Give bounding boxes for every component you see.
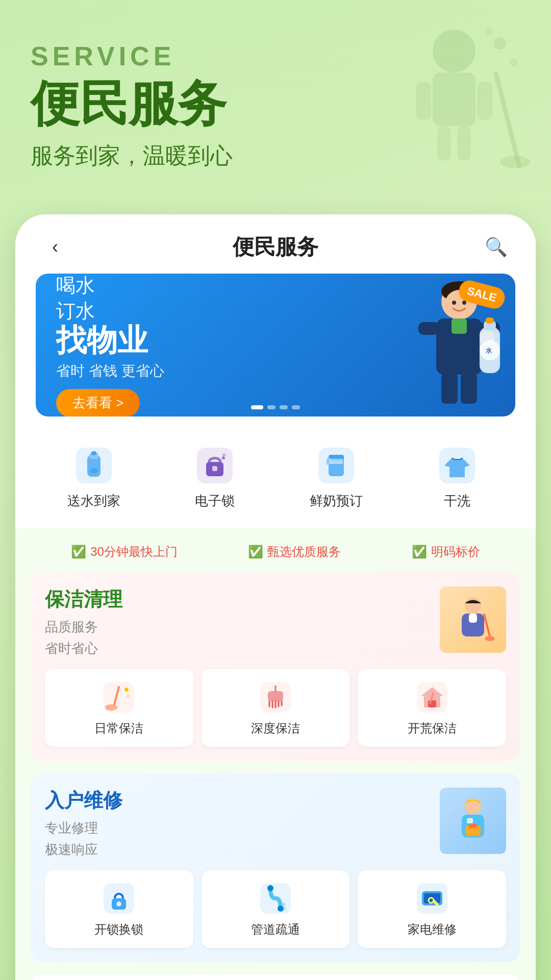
daily-cleaning-item[interactable]: 日常保洁 [45, 669, 193, 747]
move-in-cleaning-icon [414, 679, 450, 715]
plumbing-label: 管道疏通 [251, 921, 300, 938]
daily-cleaning-label: 日常保洁 [94, 720, 143, 737]
drycleaning-service-icon [437, 445, 478, 486]
milk-service-label: 鲜奶预订 [310, 492, 363, 510]
badge-price: ✅ 明码标价 [412, 544, 480, 560]
repair-illustration [440, 788, 506, 854]
cleaning-service-card: 保洁清理 品质服务 省时省心 [31, 572, 520, 761]
locksmith-label: 开锁换锁 [94, 921, 143, 938]
svg-rect-35 [212, 466, 217, 471]
svg-point-74 [267, 885, 273, 891]
services-container: ✅ 30分钟最快上门 ✅ 甄选优质服务 ✅ 明码标价 保洁清理 品质服务 省时省… [15, 528, 536, 980]
svg-rect-3 [477, 82, 492, 120]
svg-rect-1 [433, 72, 475, 126]
back-button[interactable]: ‹ [41, 233, 69, 261]
svg-point-77 [283, 907, 286, 910]
banner-line1: 喝水 订水 [56, 274, 383, 324]
cleaning-desc: 品质服务 省时省心 [45, 617, 430, 659]
banner-sub-text: 省时 省钱 更省心 [56, 361, 383, 381]
hero-decoration-icon [378, 20, 531, 174]
banner-pagination-dots [251, 405, 300, 409]
svg-text:水: 水 [485, 347, 492, 354]
plumbing-item[interactable]: 管道疏通 [202, 870, 350, 948]
phone-mockup-card: ‹ 便民服务 🔍 喝水 订水 找物业 省时 省钱 更省心 去看看 > [15, 214, 536, 980]
quick-services-row: 送水到家 电子锁 [15, 432, 536, 528]
cleaning-card-header: 保洁清理 品质服务 省时省心 [45, 586, 506, 659]
svg-rect-23 [486, 317, 494, 324]
deep-cleaning-label: 深度保洁 [251, 720, 300, 737]
move-in-cleaning-label: 开荒保洁 [408, 720, 457, 737]
svg-rect-46 [469, 614, 477, 623]
svg-rect-68 [469, 824, 477, 828]
quick-service-lock[interactable]: 电子锁 [157, 437, 273, 518]
dot-2 [267, 405, 276, 409]
banner-main-text: 找物业 [56, 324, 383, 357]
svg-point-0 [433, 30, 475, 72]
appliance-cleaning-card: 家电清洗 杀菌去污 深层洁净 [31, 974, 520, 980]
plumbing-icon [258, 880, 293, 916]
deep-cleaning-item[interactable]: 深度保洁 [202, 669, 350, 747]
lock-service-icon [194, 445, 235, 486]
appliance-repair-icon [414, 880, 450, 916]
svg-point-14 [452, 301, 456, 305]
check-icon-1: ✅ [71, 545, 86, 559]
deep-cleaning-icon [258, 679, 293, 715]
svg-point-48 [485, 636, 495, 641]
cleaning-title: 保洁清理 [45, 586, 430, 612]
cleaner-illustration [440, 586, 506, 653]
quick-service-drycleaning[interactable]: 干洗 [399, 437, 516, 518]
svg-rect-17 [452, 318, 467, 334]
svg-point-72 [116, 901, 121, 906]
svg-rect-31 [91, 451, 96, 455]
svg-rect-18 [418, 322, 439, 335]
svg-rect-5 [457, 126, 471, 161]
appliance-repair-item[interactable]: 家电维修 [358, 870, 506, 948]
water-service-icon [73, 445, 114, 486]
water-service-label: 送水到家 [67, 492, 120, 510]
check-icon-2: ✅ [248, 545, 263, 559]
repair-services-grid: 开锁换锁 [45, 870, 506, 948]
repair-info: 入户维修 专业修理 极速响应 [45, 788, 430, 860]
dot-1 [251, 405, 263, 409]
search-button[interactable]: 🔍 [482, 233, 510, 261]
svg-line-6 [496, 74, 519, 166]
move-in-cleaning-item[interactable]: 开荒保洁 [358, 669, 506, 747]
badge-quality: ✅ 甄选优质服务 [248, 544, 341, 560]
page-title: 便民服务 [233, 233, 318, 261]
feature-badges-row: ✅ 30分钟最快上门 ✅ 甄选优质服务 ✅ 明码标价 [31, 544, 520, 560]
svg-point-44 [465, 597, 481, 614]
quick-service-milk[interactable]: 鲜奶预订 [278, 437, 394, 518]
check-icon-3: ✅ [412, 545, 427, 559]
repair-card-header: 入户维修 专业修理 极速响应 [45, 788, 506, 860]
daily-cleaning-icon [101, 679, 137, 715]
repair-service-card: 入户维修 专业修理 极速响应 [31, 773, 520, 962]
svg-point-76 [281, 902, 285, 906]
svg-point-36 [222, 456, 225, 459]
locksmith-item[interactable]: 开锁换锁 [45, 870, 193, 948]
lock-service-label: 电子锁 [195, 492, 235, 510]
svg-rect-26 [441, 373, 458, 404]
svg-rect-37 [222, 454, 226, 456]
svg-rect-27 [461, 373, 477, 404]
banner-content: 喝水 订水 找物业 省时 省钱 更省心 去看看 > [36, 274, 403, 416]
svg-point-51 [105, 704, 117, 710]
dot-4 [292, 405, 300, 409]
locksmith-icon [101, 880, 137, 916]
app-header: ‹ 便民服务 🔍 [15, 214, 536, 274]
svg-rect-55 [268, 691, 283, 701]
svg-point-10 [485, 28, 492, 36]
svg-point-9 [510, 59, 518, 66]
repair-title: 入户维修 [45, 788, 430, 814]
svg-rect-42 [330, 459, 343, 464]
milk-service-icon [316, 445, 357, 486]
cleaning-services-grid: 日常保洁 [45, 669, 506, 747]
svg-rect-69 [467, 818, 473, 823]
quick-service-water[interactable]: 送水到家 [36, 437, 152, 518]
svg-rect-2 [416, 82, 431, 120]
banner-cta-button[interactable]: 去看看 > [56, 389, 140, 416]
promo-banner[interactable]: 喝水 订水 找物业 省时 省钱 更省心 去看看 > [36, 274, 515, 416]
cleaning-info: 保洁清理 品质服务 省时省心 [45, 586, 430, 659]
svg-point-32 [90, 468, 98, 473]
svg-rect-63 [428, 700, 436, 707]
svg-rect-4 [437, 126, 451, 161]
